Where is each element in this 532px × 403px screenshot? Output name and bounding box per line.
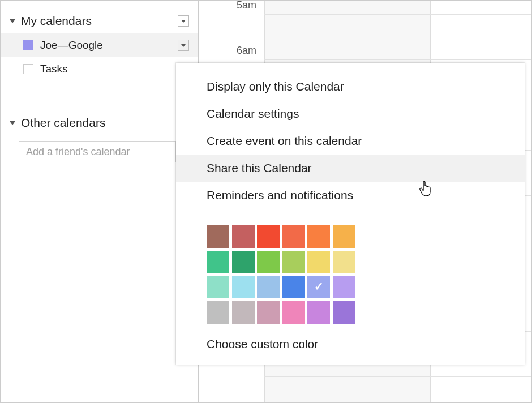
color-swatch[interactable]: [232, 276, 255, 298]
calendar-color-chip: [23, 40, 33, 50]
color-swatch[interactable]: [333, 225, 355, 248]
caret-down-icon: [181, 44, 186, 47]
color-swatch[interactable]: [282, 276, 305, 298]
calendar-row-joe[interactable]: Joe—Google: [1, 33, 198, 57]
disclosure-triangle-icon: [10, 121, 15, 125]
calendar-color-chip: [23, 64, 33, 74]
color-swatch[interactable]: [333, 276, 355, 298]
color-swatch[interactable]: ✓: [307, 276, 330, 298]
my-calendars-header[interactable]: My calendars: [1, 11, 198, 33]
menu-item-reminders[interactable]: Reminders and notifications: [176, 182, 525, 209]
color-swatch[interactable]: [207, 225, 229, 248]
calendar-name-label: Joe—Google: [40, 39, 178, 52]
color-swatch-grid: ✓: [207, 225, 525, 324]
other-calendars-header[interactable]: Other calendars: [1, 113, 198, 135]
calendar-name-label: Tasks: [40, 63, 189, 75]
color-swatch[interactable]: [207, 276, 229, 298]
color-swatch[interactable]: [257, 276, 280, 298]
color-swatch[interactable]: [333, 301, 355, 324]
checkmark-icon: ✓: [314, 280, 324, 293]
add-friend-calendar-input[interactable]: [19, 141, 176, 162]
menu-item-custom-color[interactable]: Choose custom color: [176, 334, 525, 353]
color-swatch[interactable]: [307, 225, 330, 248]
color-swatch[interactable]: [232, 301, 255, 324]
color-swatch[interactable]: [257, 251, 280, 273]
color-swatch[interactable]: [257, 225, 280, 248]
menu-item-share-calendar[interactable]: Share this Calendar: [176, 155, 525, 182]
caret-down-icon: [181, 20, 186, 23]
color-swatch[interactable]: [207, 251, 229, 273]
calendar-options-dropdown-button[interactable]: [178, 40, 189, 51]
sidebar: My calendars Joe—Google Tasks Other cale…: [1, 1, 199, 402]
menu-item-display-only[interactable]: Display only this Calendar: [176, 73, 525, 100]
other-calendars-title: Other calendars: [21, 116, 189, 130]
time-label-6am: 6am: [237, 45, 256, 57]
color-swatch[interactable]: [282, 251, 305, 273]
menu-item-create-event[interactable]: Create event on this calendar: [176, 127, 525, 155]
color-swatch[interactable]: [257, 301, 280, 324]
color-swatch[interactable]: [207, 301, 229, 324]
color-swatch[interactable]: [232, 251, 255, 273]
color-swatch[interactable]: [232, 225, 255, 248]
disclosure-triangle-icon: [10, 19, 15, 23]
time-label-5am: 5am: [237, 0, 256, 11]
color-swatch[interactable]: [307, 251, 330, 273]
menu-divider: [176, 215, 525, 215]
my-calendars-dropdown-button[interactable]: [178, 15, 189, 27]
color-swatch[interactable]: [307, 301, 330, 324]
color-swatch[interactable]: [282, 301, 305, 324]
calendar-options-popup: Display only this Calendar Calendar sett…: [176, 63, 525, 365]
color-swatch[interactable]: [333, 251, 355, 273]
menu-item-calendar-settings[interactable]: Calendar settings: [176, 100, 525, 127]
color-swatch[interactable]: [282, 225, 305, 248]
calendar-row-tasks[interactable]: Tasks: [1, 57, 198, 81]
my-calendars-title: My calendars: [21, 14, 178, 28]
cursor-pointer-icon: [419, 181, 434, 198]
